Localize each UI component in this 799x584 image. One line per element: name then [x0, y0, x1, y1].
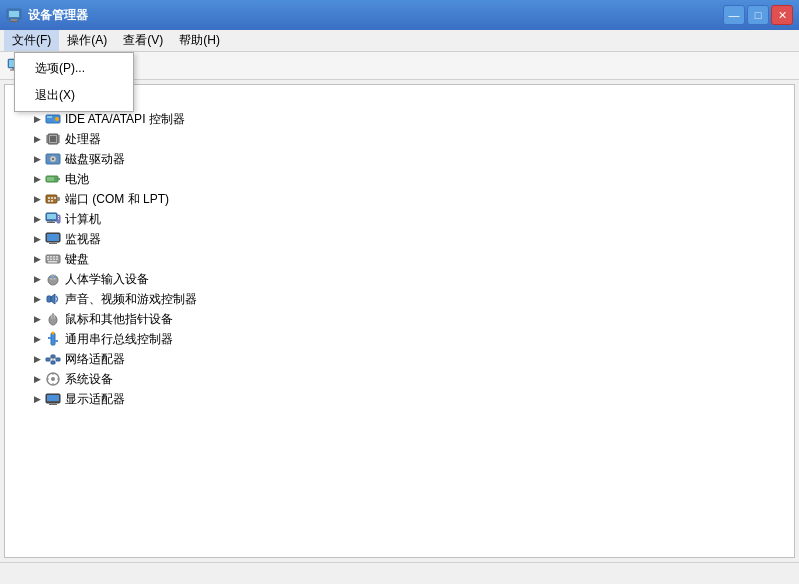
tree-item-computer[interactable]: ▶ 计算机: [5, 209, 794, 229]
svg-rect-86: [47, 379, 49, 380]
svg-rect-75: [46, 358, 50, 361]
file-dropdown-menu: 选项(P)... 退出(X): [14, 52, 134, 112]
computer-icon: [45, 211, 61, 227]
svg-rect-53: [50, 256, 52, 258]
menu-action[interactable]: 操作(A): [59, 30, 115, 51]
system-arrow: ▶: [29, 371, 45, 387]
svg-rect-32: [58, 178, 60, 180]
title-text: 设备管理器: [28, 7, 88, 24]
display-arrow: ▶: [29, 391, 45, 407]
port-icon: [45, 191, 61, 207]
tree-item-ide[interactable]: ▶ IDE ATA/ATAPI 控制器: [5, 109, 794, 129]
svg-rect-89: [47, 395, 59, 401]
tree-item-system[interactable]: ▶ 系统设备: [5, 369, 794, 389]
tree-item-cpu[interactable]: ▶ 处理器: [5, 129, 794, 149]
tree-item-port[interactable]: ▶ 端口 (COM 和 LPT): [5, 189, 794, 209]
tree-item-audio[interactable]: ▶ 声音、视频和游戏控制器: [5, 289, 794, 309]
close-button[interactable]: ✕: [771, 5, 793, 25]
menu-file[interactable]: 文件(F): [4, 30, 59, 51]
keyboard-arrow: ▶: [29, 251, 45, 267]
svg-rect-59: [56, 259, 58, 261]
svg-rect-29: [47, 162, 50, 164]
svg-rect-31: [47, 177, 54, 181]
tree-item-display[interactable]: ▶ 显示适配器: [5, 389, 794, 409]
svg-rect-50: [49, 243, 57, 244]
svg-point-35: [51, 197, 53, 199]
tree-view[interactable]: ▼ HJ ▶ IDE ATA/ATAPI 控制器: [4, 84, 795, 558]
svg-rect-42: [49, 221, 53, 222]
title-bar-left: 设备管理器: [6, 7, 88, 24]
monitor-label: 监视器: [65, 231, 101, 248]
tree-item-usb[interactable]: ▶ 通用串行总线控制器: [5, 329, 794, 349]
tree-item-keyboard[interactable]: ▶ 键盘: [5, 249, 794, 269]
hid-icon: [45, 271, 61, 287]
app-icon: [6, 7, 22, 23]
menu-bar: 文件(F) 操作(A) 查看(V) 帮助(H): [0, 30, 799, 52]
svg-point-34: [48, 197, 50, 199]
minimize-button[interactable]: —: [723, 5, 745, 25]
svg-point-74: [52, 332, 55, 335]
svg-rect-54: [53, 256, 55, 258]
svg-point-14: [55, 117, 59, 121]
status-bar: [0, 562, 799, 584]
usb-icon: [45, 331, 61, 347]
title-bar: 设备管理器 — □ ✕: [0, 0, 799, 30]
ide-label: IDE ATA/ATAPI 控制器: [65, 111, 185, 128]
svg-point-65: [54, 276, 56, 278]
svg-rect-60: [48, 261, 57, 263]
ide-arrow: ▶: [29, 111, 45, 127]
svg-rect-90: [50, 403, 56, 404]
svg-rect-72: [48, 337, 51, 339]
svg-rect-77: [56, 358, 60, 361]
tree-item-battery[interactable]: ▶ 电池: [5, 169, 794, 189]
mouse-icon: [45, 311, 61, 327]
ide-icon: [45, 111, 61, 127]
monitor-arrow: ▶: [29, 231, 45, 247]
disk-icon: [45, 151, 61, 167]
tree-item-mouse[interactable]: ▶ 鼠标和其他指针设备: [5, 309, 794, 329]
svg-point-64: [50, 276, 52, 278]
svg-rect-85: [53, 383, 54, 385]
svg-rect-57: [50, 259, 52, 261]
network-icon: [45, 351, 61, 367]
menu-view[interactable]: 查看(V): [115, 30, 171, 51]
svg-rect-39: [57, 197, 60, 201]
svg-point-83: [51, 377, 55, 381]
disk-label: 磁盘驱动器: [65, 151, 125, 168]
display-icon: [45, 391, 61, 407]
maximize-button[interactable]: □: [747, 5, 769, 25]
hid-label: 人体学输入设备: [65, 271, 149, 288]
tree-item-network[interactable]: ▶ 网络适配器: [5, 349, 794, 369]
svg-rect-13: [47, 116, 52, 118]
computer-arrow: ▶: [29, 211, 45, 227]
svg-rect-52: [47, 256, 49, 258]
menu-help[interactable]: 帮助(H): [171, 30, 228, 51]
network-arrow: ▶: [29, 351, 45, 367]
disk-arrow: ▶: [29, 151, 45, 167]
computer-label: 计算机: [65, 211, 101, 228]
svg-rect-46: [58, 218, 59, 219]
svg-point-37: [48, 200, 50, 202]
hid-arrow: ▶: [29, 271, 45, 287]
svg-point-38: [51, 200, 53, 202]
menu-exit[interactable]: 退出(X): [15, 82, 133, 109]
audio-label: 声音、视频和游戏控制器: [65, 291, 197, 308]
tree-item-disk[interactable]: ▶ 磁盘驱动器: [5, 149, 794, 169]
cpu-icon: [45, 131, 61, 147]
menu-options[interactable]: 选项(P)...: [15, 55, 133, 82]
svg-rect-49: [51, 242, 55, 243]
svg-rect-73: [55, 340, 58, 342]
svg-rect-58: [53, 259, 55, 261]
usb-label: 通用串行总线控制器: [65, 331, 173, 348]
battery-label: 电池: [65, 171, 89, 188]
port-arrow: ▶: [29, 191, 45, 207]
svg-rect-2: [11, 19, 17, 21]
mouse-label: 鼠标和其他指针设备: [65, 311, 173, 328]
svg-line-79: [50, 357, 51, 360]
tree-item-hid[interactable]: ▶ 人体学输入设备: [5, 269, 794, 289]
tree-item-monitor[interactable]: ▶ 监视器: [5, 229, 794, 249]
svg-rect-55: [56, 256, 58, 258]
svg-rect-43: [47, 222, 55, 223]
svg-rect-17: [50, 136, 56, 142]
svg-rect-91: [49, 404, 57, 405]
